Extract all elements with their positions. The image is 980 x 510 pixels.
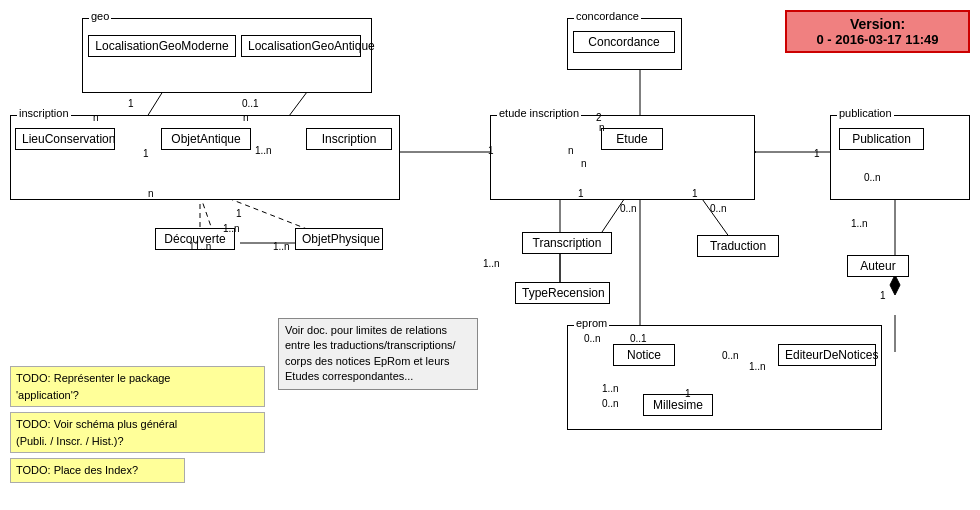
mult-n4: n bbox=[581, 158, 587, 169]
todo-application: TODO: Représenter le package 'applicatio… bbox=[10, 366, 265, 407]
geo-label: geo bbox=[89, 10, 111, 22]
mult-1d: 1 bbox=[685, 388, 691, 399]
concordance-group: concordance Concordance bbox=[567, 18, 682, 70]
mult-1n7: 1..n bbox=[273, 241, 290, 252]
Inscription-box: Inscription bbox=[306, 128, 392, 150]
mult-1n4: 1..n bbox=[749, 361, 766, 372]
mult-11n: 11..n bbox=[189, 241, 211, 252]
eprom-note: Voir doc. pour limites de relations entr… bbox=[278, 318, 478, 390]
version-value: 0 - 2016-03-17 11:49 bbox=[795, 32, 960, 47]
mult-0n2: 0..n bbox=[710, 203, 727, 214]
version-label: Version: bbox=[795, 16, 960, 32]
LocalisationGeoModerne-box: LocalisationGeoModerne bbox=[88, 35, 236, 57]
inscription-group: inscription LieuConservation ObjetAntiqu… bbox=[10, 115, 400, 200]
mult-1-inscr: 1 bbox=[488, 145, 494, 156]
mult-1n3: 1..n bbox=[851, 218, 868, 229]
mult-n5: n bbox=[599, 122, 605, 133]
Notice-box: Notice bbox=[613, 344, 675, 366]
mult-0n5: 0..n bbox=[722, 350, 739, 361]
mult-n3: n bbox=[568, 145, 574, 156]
mult-0n1: 0..n bbox=[620, 203, 637, 214]
Publication-box: Publication bbox=[839, 128, 924, 150]
mult-1f: 1 bbox=[236, 208, 242, 219]
mult-1n6: 1..n bbox=[223, 223, 240, 234]
etude-inscription-group: etude inscription Etude bbox=[490, 115, 755, 200]
publication-group: publication Publication bbox=[830, 115, 970, 200]
mult-0n4: 0..n bbox=[584, 333, 601, 344]
etude-inscription-label: etude inscription bbox=[497, 107, 581, 119]
mult-n2: n bbox=[243, 112, 249, 123]
mult-1-pub: 1 bbox=[814, 148, 820, 159]
mult-1n1: 1..n bbox=[255, 145, 272, 156]
Auteur-box: Auteur bbox=[847, 255, 909, 277]
Etude-box: Etude bbox=[601, 128, 663, 150]
geo-group: geo LocalisationGeoModerne LocalisationG… bbox=[82, 18, 372, 93]
mult-1n2: 1..n bbox=[483, 258, 500, 269]
ObjetPhysique-box: ObjetPhysique bbox=[295, 228, 383, 250]
ObjetAntique-box: ObjetAntique bbox=[161, 128, 251, 150]
publication-group-label: publication bbox=[837, 107, 894, 119]
uml-diagram: Version: 0 - 2016-03-17 11:49 geo Locali… bbox=[0, 0, 980, 510]
Transcription-box: Transcription bbox=[522, 232, 612, 254]
mult-1b: 1 bbox=[692, 188, 698, 199]
svg-marker-18 bbox=[890, 275, 900, 295]
mult-01: 0..1 bbox=[630, 333, 647, 344]
Concordance-box: Concordance bbox=[573, 31, 675, 53]
version-box: Version: 0 - 2016-03-17 11:49 bbox=[785, 10, 970, 53]
mult-1e: 1 bbox=[143, 148, 149, 159]
mult-n1: n bbox=[93, 112, 99, 123]
mult-1n5: 1..n bbox=[602, 383, 619, 394]
mult-1a: 1 bbox=[578, 188, 584, 199]
eprom-label: eprom bbox=[574, 317, 609, 329]
mult-0n3: 0..n bbox=[864, 172, 881, 183]
inscription-label: inscription bbox=[17, 107, 71, 119]
mult-0n6: 0..n bbox=[602, 398, 619, 409]
todo-index: TODO: Place des Index? bbox=[10, 458, 185, 483]
concordance-label: concordance bbox=[574, 10, 641, 22]
mult-1: 1 bbox=[128, 98, 134, 109]
Traduction-box: Traduction bbox=[697, 235, 779, 257]
EditeurDeNotices-box: EditeurDeNotices bbox=[778, 344, 876, 366]
mult-2: 2 bbox=[596, 112, 602, 123]
LocalisationGeoAntique-box: LocalisationGeoAntique bbox=[241, 35, 361, 57]
mult-1c: 1 bbox=[880, 290, 886, 301]
LieuConservation-box: LieuConservation bbox=[15, 128, 115, 150]
Millesime-box: Millesime bbox=[643, 394, 713, 416]
eprom-group: eprom Notice EditeurDeNotices Millesime bbox=[567, 325, 882, 430]
todo-schema: TODO: Voir schéma plus général (Publi. /… bbox=[10, 412, 265, 453]
mult-2: 0..1 bbox=[242, 98, 259, 109]
mult-n6: n bbox=[148, 188, 154, 199]
TypeRecension-box: TypeRecension bbox=[515, 282, 610, 304]
